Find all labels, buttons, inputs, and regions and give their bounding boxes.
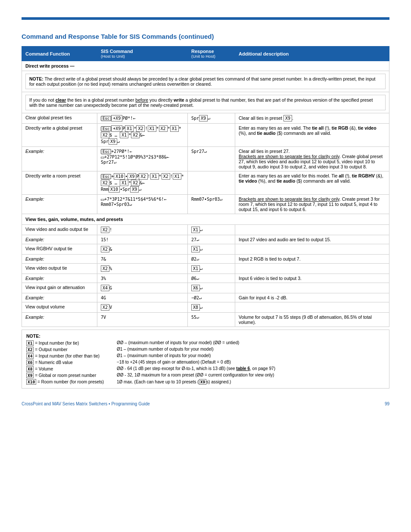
example-sis-2: +7*3P12*7&11*5$4*5%6*6!← Rmm07•Spr03↵ — [97, 195, 188, 214]
header-response: Response (Unit to Host) — [188, 47, 235, 61]
cmd-sis-view-volume: X2V — [97, 302, 188, 313]
header-sis-command: SIS Command (Host to Unit) — [97, 47, 188, 61]
example-label-5: Example: — [22, 274, 97, 283]
example-resp-6: −Ø2↵ — [188, 293, 235, 302]
note-item-x1: X1 = Input number (for tie) — [26, 340, 112, 346]
example-label-1: Example: — [22, 147, 97, 171]
page-footer: CrossPoint and MAV Series Matrix Switche… — [22, 401, 389, 406]
cmd-name-write-room: Directly write a room preset — [22, 171, 97, 195]
example-desc-7: Volume for output 7 is 55 steps (9 dB of… — [235, 313, 389, 327]
section-view-ties: View ties, gain, volume, mutes, and pres… — [22, 214, 389, 225]
note-bottom-box: NOTE: X1 = Input number (for tie) ØØ – (… — [22, 330, 389, 389]
row-example-view-rgb: Example: 7& Ø2↵ Input 2 RGB is tied to o… — [22, 255, 389, 264]
footer-text: CrossPoint and MAV Series Matrix Switche… — [22, 401, 150, 406]
row-example-view-volume: Example: 7V 55↵ Volume for output 7 is 5… — [22, 313, 389, 327]
note-item-x8: X8 = Volume — [26, 366, 112, 372]
note-item-x2: X2 = Output number — [26, 347, 112, 352]
example-label-3: Example: — [22, 235, 97, 244]
row-view-input-gain: View input gain or attenuation X4G X6↵ — [22, 283, 389, 293]
cmd-resp-clear-global: SprX9↵ — [188, 113, 235, 124]
example-desc-2: Brackets are shown to separate ties for … — [235, 195, 389, 214]
header-command-function: Command Function — [22, 47, 97, 61]
note-val-x4: Ø1 – (maximum number of inputs for your … — [117, 353, 385, 359]
note-row-2: If you do not clear the ties in a global… — [22, 92, 389, 113]
cmd-desc-view-gain — [235, 283, 389, 293]
note-val-x9: ØØ - 32, 1Ø maximum for a room preset (Ø… — [117, 373, 385, 378]
row-example-write-global: Example: Esc+27PØ*!← +27P12*5!1Ø*Ø9%3*2$… — [22, 147, 389, 171]
row-view-video-audio-tie: View video and audio output tie X2! X1↵ — [22, 225, 389, 235]
note-item-x10: X10 = Room number (for room presets) — [26, 379, 112, 385]
note-item-x6: X6 = Numeric dB value — [26, 360, 112, 365]
example-desc-3: Input 27 video and audio are tied to out… — [235, 235, 389, 244]
cmd-resp-view-video: X1↵ — [188, 264, 235, 274]
cmd-desc-clear-global: Clear all ties in preset X9. — [235, 113, 389, 124]
example-desc-4: Input 2 RGB is tied to output 7. — [235, 255, 389, 264]
cmd-name-view-av: View video and audio output tie — [22, 225, 97, 235]
cmd-desc-view-volume — [235, 302, 389, 313]
cmd-resp-view-rgb: X1↵ — [188, 244, 235, 255]
example-sis-7: 7V — [97, 313, 188, 327]
cmd-name-write-global: Directly write a global preset — [22, 124, 97, 147]
page-title: Command and Response Table for SIS Comma… — [22, 33, 389, 40]
example-desc-5: Input 6 video is tied to output 3. — [235, 274, 389, 283]
example-sis-4: 7& — [97, 255, 188, 264]
note-val-x10: 1Ø max. (Each can have up to 10 presets … — [117, 379, 385, 385]
cmd-sis-view-video: X2% — [97, 264, 188, 274]
example-sis-3: 15! — [97, 235, 188, 244]
row-view-video-tie: View video output tie X2% X1↵ — [22, 264, 389, 274]
cmd-sis-clear-global: Esc+X9PØ*!← — [97, 113, 188, 124]
example-label-4: Example: — [22, 255, 97, 264]
note-row-1: NOTE: The direct write of a global prese… — [22, 71, 389, 92]
example-sis-1: Esc+27PØ*!← +27P12*5!1Ø*Ø9%3*2$3*88&← Sp… — [97, 147, 188, 171]
row-example-write-room: Example: +7*3P12*7&11*5$4*5%6*6!← Rmm07•… — [22, 195, 389, 214]
cmd-name-clear-global: Clear global preset ties — [22, 113, 97, 124]
section-label: Direct write process — — [22, 61, 389, 71]
cmd-resp-view-volume: X8↵ — [188, 302, 235, 313]
cmd-sis-view-av: X2! — [97, 225, 188, 235]
note-val-x1: ØØ – (maximum number of inputs for your … — [117, 340, 385, 346]
section-view-label: View ties, gain, volume, mutes, and pres… — [22, 214, 389, 225]
command-table: Command Function SIS Command (Host to Un… — [22, 46, 389, 327]
page-number: 99 — [385, 401, 389, 406]
cmd-resp-write-room — [188, 171, 235, 195]
cmd-resp-write-global — [188, 124, 235, 147]
example-sis-5: 3% — [97, 274, 188, 283]
note-val-x8: ØØ - 64 (1 dB per step except for Ø-to-1… — [117, 366, 385, 372]
row-example-view-av: Example: 15! 27↵ Input 27 video and audi… — [22, 235, 389, 244]
row-view-output-volume: View output volume X2V X8↵ — [22, 302, 389, 313]
note-cell-1: NOTE: The direct write of a global prese… — [22, 71, 389, 92]
cmd-desc-view-rgb — [235, 244, 389, 255]
example-label-6: Example: — [22, 293, 97, 302]
note-cell-2: If you do not clear the ties in a global… — [22, 92, 389, 113]
cmd-sis-write-room: Esc+X10•X9PX2!X1*X2!X1*X2$ … X1*X2&← Rmm… — [97, 171, 188, 195]
cmd-name-view-video: View video output tie — [22, 264, 97, 274]
note-val-x2: Ø1 – (maximum number of outputs for your… — [117, 347, 385, 352]
example-sis-6: 4G — [97, 293, 188, 302]
cmd-sis-view-gain: X4G — [97, 283, 188, 293]
example-resp-3: 27↵ — [188, 235, 235, 244]
cmd-name-view-rgb: View RGBHV output tie — [22, 244, 97, 255]
row-clear-global-preset: Clear global preset ties Esc+X9PØ*!← Spr… — [22, 113, 389, 124]
cmd-desc-view-video — [235, 264, 389, 274]
cmd-resp-view-gain: X6↵ — [188, 283, 235, 293]
example-desc-1: Clear all ties in preset 27. Brackets ar… — [235, 147, 389, 171]
row-example-view-gain: Example: 4G −Ø2↵ Gain for input 4 is -2 … — [22, 293, 389, 302]
row-view-rgbhv-tie: View RGBHV output tie X2& X1↵ — [22, 244, 389, 255]
cmd-desc-write-room: Enter as many ties as are valid for this… — [235, 171, 389, 195]
note-item-x4: X4 = Input number (for other than tie) — [26, 353, 112, 359]
table-header-row: Command Function SIS Command (Host to Un… — [22, 47, 389, 61]
example-resp-2: Rmm07•Spr03↵ — [188, 195, 235, 214]
cmd-name-view-volume: View output volume — [22, 302, 97, 313]
cmd-desc-write-global: Enter as many ties as are valid. The tie… — [235, 124, 389, 147]
note-item-x9: X9 = Global or room preset number — [26, 373, 112, 378]
cmd-sis-write-global: Esc+X9PX1*X2!X1*X2*X1*X2$ … X1*X2&← SprX… — [97, 124, 188, 147]
cmd-resp-view-av: X1↵ — [188, 225, 235, 235]
top-bar — [22, 17, 389, 20]
cmd-name-view-gain: View input gain or attenuation — [22, 283, 97, 293]
example-resp-5: Ø6↵ — [188, 274, 235, 283]
note-grid: X1 = Input number (for tie) ØØ – (maximu… — [26, 340, 385, 385]
header-additional-desc: Additional description — [235, 47, 389, 61]
example-resp-1: Spr27↵ — [188, 147, 235, 171]
row-example-view-video: Example: 3% Ø6↵ Input 6 video is tied to… — [22, 274, 389, 283]
cmd-sis-view-rgb: X2& — [97, 244, 188, 255]
